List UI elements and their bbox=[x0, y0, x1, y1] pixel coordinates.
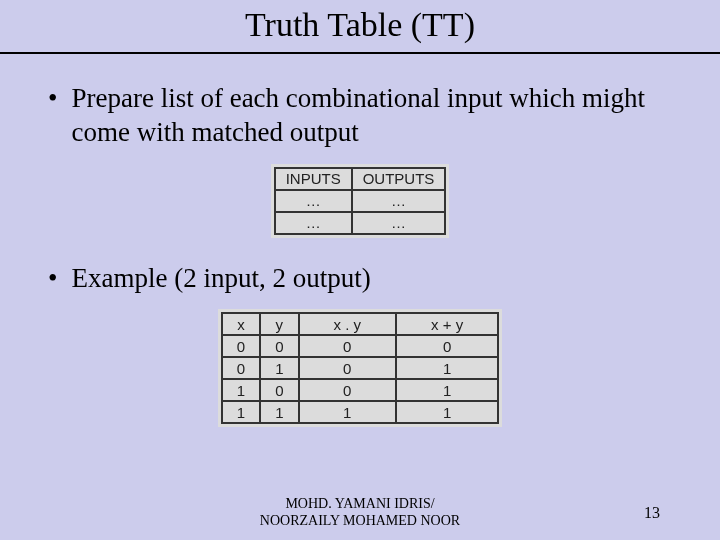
bullet-1: • Prepare list of each combinational inp… bbox=[48, 82, 672, 150]
tt-cell: 1 bbox=[299, 401, 397, 423]
footer-author-line1: MOHD. YAMANI IDRIS/ bbox=[285, 496, 434, 511]
tt-io-table: INPUTS OUTPUTS … … … … bbox=[274, 167, 447, 235]
tt-cell: 0 bbox=[260, 379, 298, 401]
tt-cell: 1 bbox=[222, 379, 260, 401]
bullet-2: • Example (2 input, 2 output) bbox=[48, 262, 672, 296]
page-title: Truth Table (TT) bbox=[0, 0, 720, 44]
tt-cell: 1 bbox=[396, 379, 498, 401]
tt-io-cell: … bbox=[352, 212, 446, 234]
slide: Truth Table (TT) • Prepare list of each … bbox=[0, 0, 720, 540]
tt-cell: 0 bbox=[222, 335, 260, 357]
bullet-dot-icon: • bbox=[48, 262, 57, 296]
table-row: 0 1 0 1 bbox=[222, 357, 498, 379]
footer-author: MOHD. YAMANI IDRIS/ NOORZAILY MOHAMED NO… bbox=[0, 496, 720, 530]
footer-author-line2: NOORZAILY MOHAMED NOOR bbox=[260, 513, 460, 528]
tt-cell: 1 bbox=[260, 357, 298, 379]
table-row: … … bbox=[275, 190, 446, 212]
tt-cell: 0 bbox=[299, 357, 397, 379]
table-row: 0 0 0 0 bbox=[222, 335, 498, 357]
tt-cell: 1 bbox=[396, 401, 498, 423]
tt-col-x: x bbox=[222, 313, 260, 335]
tt-example-table: x y x . y x + y 0 0 0 0 0 1 0 bbox=[221, 312, 499, 424]
table-inputs-outputs: INPUTS OUTPUTS … … … … bbox=[48, 164, 672, 242]
tt-cell: 0 bbox=[222, 357, 260, 379]
truth-table-example: x y x . y x + y 0 0 0 0 0 1 0 bbox=[48, 309, 672, 431]
tt-io-header-outputs: OUTPUTS bbox=[352, 168, 446, 190]
tt-col-and: x . y bbox=[299, 313, 397, 335]
bullet-1-text: Prepare list of each combinational input… bbox=[71, 82, 672, 150]
tt-col-or: x + y bbox=[396, 313, 498, 335]
table-row: … … bbox=[275, 212, 446, 234]
bullet-2-text: Example (2 input, 2 output) bbox=[71, 262, 370, 296]
tt-cell: 0 bbox=[396, 335, 498, 357]
tt-cell: 0 bbox=[299, 335, 397, 357]
bullet-dot-icon: • bbox=[48, 82, 57, 116]
tt-col-y: y bbox=[260, 313, 298, 335]
slide-content: • Prepare list of each combinational inp… bbox=[0, 54, 720, 431]
tt-io-cell: … bbox=[275, 190, 352, 212]
tt-io-cell: … bbox=[275, 212, 352, 234]
tt-cell: 1 bbox=[396, 357, 498, 379]
tt-cell: 1 bbox=[260, 401, 298, 423]
tt-io-cell: … bbox=[352, 190, 446, 212]
table-row: 1 0 0 1 bbox=[222, 379, 498, 401]
tt-cell: 0 bbox=[260, 335, 298, 357]
tt-io-header-inputs: INPUTS bbox=[275, 168, 352, 190]
table-row: 1 1 1 1 bbox=[222, 401, 498, 423]
tt-cell: 0 bbox=[299, 379, 397, 401]
tt-cell: 1 bbox=[222, 401, 260, 423]
footer-page-number: 13 bbox=[644, 504, 660, 522]
